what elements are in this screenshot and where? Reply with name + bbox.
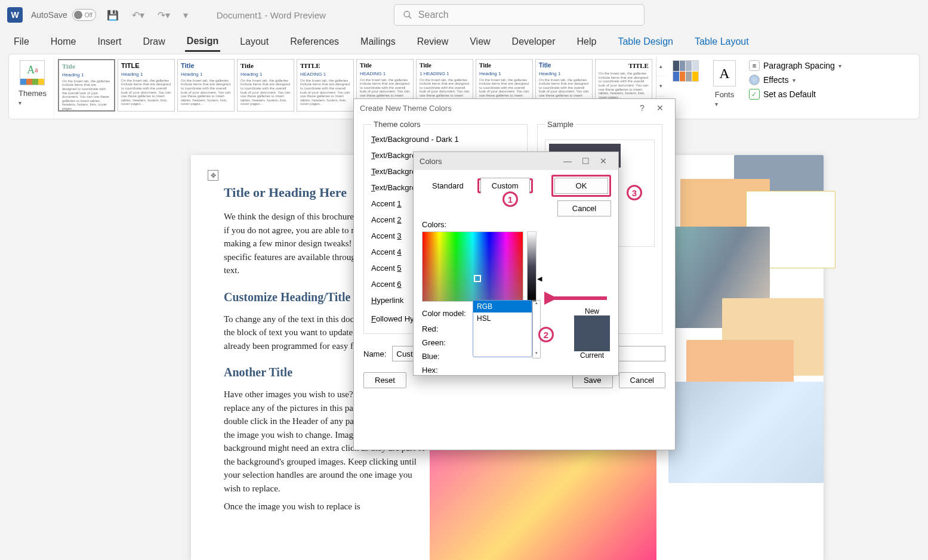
svg-line-1 bbox=[409, 16, 411, 18]
theme-color-row: Text/Background - Dark 1 bbox=[371, 135, 520, 144]
color-model-dropdown-list[interactable]: RGB HSL bbox=[473, 300, 532, 357]
new-current-preview: New Current bbox=[574, 307, 610, 360]
help-icon[interactable]: ? bbox=[633, 103, 651, 113]
tab-standard[interactable]: Standard bbox=[421, 178, 475, 194]
ribbon-options: ≡Paragraph Spacing ▾ Effects ▾ ✓Set as D… bbox=[743, 57, 847, 116]
fonts-icon: A bbox=[713, 60, 736, 86]
theme-colors-section-label: Theme colors bbox=[371, 120, 423, 129]
tab-mailings[interactable]: Mailings bbox=[359, 33, 397, 51]
dialog-colors-title: Colors bbox=[420, 157, 442, 166]
tab-table-layout[interactable]: Table Layout bbox=[693, 33, 751, 51]
spectrum-cursor[interactable] bbox=[474, 275, 481, 282]
tab-design[interactable]: Design bbox=[185, 32, 220, 52]
autosave-toggle[interactable]: AutoSave Off bbox=[31, 9, 96, 21]
dialog-colors: Colors — ☐ ✕ Standard Custom OK Cancel C… bbox=[413, 151, 619, 376]
combo-option-hsl[interactable]: HSL bbox=[473, 313, 532, 324]
search-icon bbox=[403, 10, 412, 20]
colors-label: Colors: bbox=[422, 220, 610, 229]
qat-more-icon[interactable]: ▾ bbox=[181, 7, 190, 23]
doc-image-collage[interactable] bbox=[662, 155, 830, 501]
doc-format-thumb[interactable]: TitleHeading 1On the Insert tab, the gal… bbox=[58, 59, 115, 112]
callout-2: 2 bbox=[538, 327, 554, 342]
reset-button[interactable]: Reset bbox=[363, 372, 406, 388]
themes-label: Themes▾ bbox=[19, 89, 47, 107]
combo-option-rgb[interactable]: RGB bbox=[473, 301, 532, 313]
blue-label: Blue: bbox=[422, 352, 470, 361]
ribbon-tabs: FileHomeInsertDrawDesignLayoutReferences… bbox=[0, 30, 928, 54]
tab-view[interactable]: View bbox=[468, 33, 492, 51]
tab-table-design[interactable]: Table Design bbox=[616, 33, 675, 51]
ok-button[interactable]: OK bbox=[554, 178, 608, 194]
doc-format-thumb[interactable]: TitleHeading 1On the Insert tab, the gal… bbox=[237, 59, 294, 112]
tab-developer[interactable]: Developer bbox=[510, 33, 557, 51]
save-icon[interactable]: 💾 bbox=[104, 7, 121, 23]
green-label: Green: bbox=[422, 338, 470, 347]
color-model-label: Color model: bbox=[422, 309, 470, 318]
doc-paragraph[interactable]: Once the image you wish to replace is bbox=[224, 500, 427, 513]
tab-review[interactable]: Review bbox=[415, 33, 450, 51]
redo-icon[interactable]: ↷▾ bbox=[155, 7, 172, 23]
table-move-handle[interactable]: ✥ bbox=[208, 170, 218, 181]
cancel-button[interactable]: Cancel bbox=[557, 200, 611, 216]
close-icon[interactable]: ✕ bbox=[651, 103, 669, 113]
doc-format-thumb[interactable]: TITLEHEADING 1On the Insert tab, the gal… bbox=[297, 59, 354, 112]
tab-layout[interactable]: Layout bbox=[238, 33, 270, 51]
paragraph-spacing-button[interactable]: ≡Paragraph Spacing ▾ bbox=[749, 60, 841, 71]
annotation-arrow bbox=[544, 291, 610, 305]
set-as-default-button[interactable]: ✓Set as Default bbox=[749, 89, 841, 100]
svg-point-0 bbox=[404, 11, 409, 17]
red-label: Red: bbox=[422, 324, 470, 333]
name-label: Name: bbox=[363, 349, 386, 358]
themes-group[interactable]: Aa Themes▾ bbox=[11, 57, 54, 116]
doc-format-thumb[interactable]: TitleHeading 1On the Insert tab, the gal… bbox=[177, 59, 235, 112]
search-placeholder: Search bbox=[418, 10, 449, 20]
fonts-group[interactable]: A Fonts▾ bbox=[706, 57, 743, 116]
check-icon: ✓ bbox=[749, 89, 760, 100]
undo-icon[interactable]: ↶▾ bbox=[130, 7, 147, 23]
luminance-slider[interactable]: ◀ bbox=[527, 231, 537, 302]
app-icon: W bbox=[7, 7, 23, 23]
minimize-icon[interactable]: — bbox=[559, 156, 576, 166]
callout-3: 3 bbox=[627, 185, 642, 200]
tab-references[interactable]: References bbox=[288, 33, 341, 51]
themes-icon: Aa bbox=[20, 60, 45, 85]
search-input[interactable]: Search bbox=[394, 4, 645, 26]
hex-label: Hex: bbox=[422, 366, 470, 375]
tab-custom[interactable]: Custom bbox=[480, 178, 530, 194]
close-icon[interactable]: ✕ bbox=[594, 156, 612, 166]
effects-icon bbox=[749, 75, 760, 85]
fonts-label: Fonts▾ bbox=[715, 90, 735, 108]
dialog-title: Create New Theme Colors bbox=[360, 104, 452, 113]
maximize-icon[interactable]: ☐ bbox=[576, 156, 594, 166]
color-spectrum[interactable] bbox=[422, 231, 523, 302]
paragraph-spacing-icon: ≡ bbox=[749, 60, 760, 71]
tab-draw[interactable]: Draw bbox=[141, 33, 167, 51]
tab-file[interactable]: File bbox=[12, 33, 31, 51]
doc-image-hands[interactable] bbox=[430, 444, 656, 560]
sample-section-label: Sample bbox=[545, 120, 576, 129]
doc-format-thumb[interactable]: TITLEHeading 1On the Insert tab, the gal… bbox=[118, 59, 175, 112]
tab-home[interactable]: Home bbox=[49, 33, 78, 51]
tab-help[interactable]: Help bbox=[575, 33, 599, 51]
autosave-label: AutoSave bbox=[31, 10, 67, 20]
effects-button[interactable]: Effects ▾ bbox=[749, 75, 841, 85]
callout-1: 1 bbox=[502, 191, 518, 207]
document-title: Document1 - Word Preview bbox=[217, 10, 326, 20]
cancel-button[interactable]: Cancel bbox=[619, 372, 665, 388]
colors-icon bbox=[673, 60, 699, 82]
tab-insert[interactable]: Insert bbox=[95, 33, 123, 51]
